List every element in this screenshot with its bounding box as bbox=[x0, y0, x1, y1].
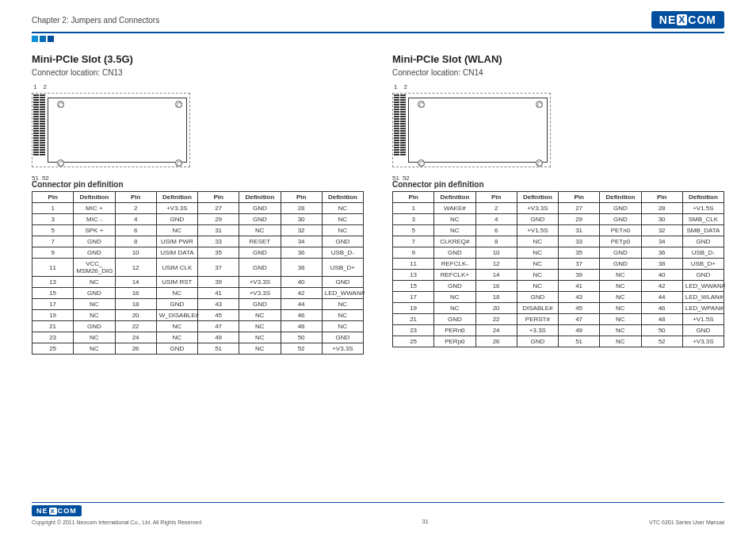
col-header: Pin bbox=[281, 192, 322, 203]
table-row: 21GND22PERST#47NC48+V1.5S bbox=[393, 314, 724, 325]
table-row: 25PERp026GND51NC52+V3.3S bbox=[393, 336, 724, 347]
table-row: 15GND16NC41NC42LED_WWAN# bbox=[393, 281, 724, 292]
left-section: Mini-PCIe Slot (3.5G) Connector location… bbox=[32, 53, 364, 355]
table-row: 13REFCLK+14NC39NC40GND bbox=[393, 270, 724, 281]
manual-name: VTC 6201 Series User Manual bbox=[649, 520, 724, 525]
table-row: 7CLKREQ#8NC33PETp034GND bbox=[393, 236, 724, 247]
col-header: Definition bbox=[600, 192, 641, 203]
table-row: 7GND8USIM PWR33RESET34GND bbox=[32, 236, 364, 247]
col-header: Pin bbox=[393, 192, 434, 203]
header-bar: Chapter 2: Jumpers and Connectors NEXCOM bbox=[32, 11, 724, 29]
table-row: 3NC4GND29GND30SMB_CLK bbox=[393, 214, 724, 225]
col-header: Definition bbox=[434, 192, 475, 203]
col-header: Pin bbox=[559, 192, 600, 203]
col-header: Pin bbox=[115, 192, 156, 203]
col-header: Definition bbox=[239, 192, 281, 203]
table-row: 25NC26GND51NC52+V3.3S bbox=[32, 343, 364, 355]
col-header: Definition bbox=[322, 192, 363, 203]
col-header: Definition bbox=[74, 192, 115, 203]
table-row: 9GND10USIM DATA35GND36USB_D- bbox=[32, 247, 364, 259]
col-header: Definition bbox=[682, 192, 724, 203]
table-row: 21GND22NC47NC48NC bbox=[32, 321, 364, 332]
page-number: 31 bbox=[422, 518, 429, 525]
page-footer: NEXCOM Copyright © 2011 Nexcom Internati… bbox=[32, 502, 724, 525]
table-row: 1WAKE#2+V3.3S27GND28+V1.5S bbox=[393, 203, 724, 214]
table-row: 1MIC +2+V3.3S27GND28NC bbox=[32, 203, 364, 214]
table-row: 23NC24NC49NC50GND bbox=[32, 332, 364, 343]
col-header: Pin bbox=[198, 192, 239, 203]
col-header: Pin bbox=[475, 192, 517, 203]
chapter-label: Chapter 2: Jumpers and Connectors bbox=[32, 16, 159, 25]
footer-logo: NEXCOM bbox=[32, 505, 82, 516]
table-row: 9GND10NC35GND36USB_D- bbox=[393, 247, 724, 259]
connector-diagram-right: 12 5152 bbox=[392, 85, 551, 172]
right-section: Mini-PCIe Slot (WLAN) Connector location… bbox=[392, 53, 724, 355]
table-row: 19NC20DISABLE#45NC46LED_WPAN# bbox=[393, 303, 724, 314]
table-row: 11VCC_ MSM26_DIG12USIM CLK37GND38USB_D+ bbox=[32, 259, 364, 277]
table-row: 19NC20W_DISABLE#45NC46NC bbox=[32, 310, 364, 321]
table-row: 13NC14USIM RST39+V3.3S40GND bbox=[32, 277, 364, 288]
left-location: Connector location: CN13 bbox=[32, 68, 364, 77]
table-row: 15GND16NC41+V3.3S42LED_WWAN# bbox=[32, 288, 364, 299]
table-row: 5NC6+V1.5S31PETn032SMB_DATA bbox=[393, 225, 724, 236]
copyright-text: Copyright © 2011 Nexcom International Co… bbox=[32, 520, 201, 525]
right-title: Mini-PCIe Slot (WLAN) bbox=[392, 53, 724, 65]
pin-table-left: PinDefinitionPinDefinitionPinDefinitionP… bbox=[32, 191, 364, 355]
col-header: Definition bbox=[517, 192, 558, 203]
col-header: Pin bbox=[32, 192, 74, 203]
right-location: Connector location: CN14 bbox=[392, 68, 724, 77]
pin-table-right: PinDefinitionPinDefinitionPinDefinitionP… bbox=[392, 191, 724, 347]
decorative-squares bbox=[32, 36, 724, 42]
table-row: 11REFCLK-12NC37GND38USB_D+ bbox=[393, 259, 724, 270]
left-table-title: Connector pin definition bbox=[32, 180, 364, 189]
table-row: 17NC18GND43NC44LED_WLAN# bbox=[393, 292, 724, 303]
col-header: Definition bbox=[156, 192, 197, 203]
right-table-title: Connector pin definition bbox=[392, 180, 724, 189]
content-columns: Mini-PCIe Slot (3.5G) Connector location… bbox=[32, 53, 724, 355]
table-row: 17NC18GND43GND44NC bbox=[32, 299, 364, 310]
table-row: 23PERn024+3.3S49NC50GND bbox=[393, 325, 724, 336]
table-row: 5SPK +6NC31NC32NC bbox=[32, 225, 364, 236]
left-title: Mini-PCIe Slot (3.5G) bbox=[32, 53, 364, 65]
connector-diagram-left: 12 5152 bbox=[32, 85, 190, 172]
table-row: 3MIC -4GND29GND30NC bbox=[32, 214, 364, 225]
header-rule bbox=[32, 32, 724, 33]
brand-logo: NEXCOM bbox=[651, 11, 724, 29]
col-header: Pin bbox=[641, 192, 682, 203]
